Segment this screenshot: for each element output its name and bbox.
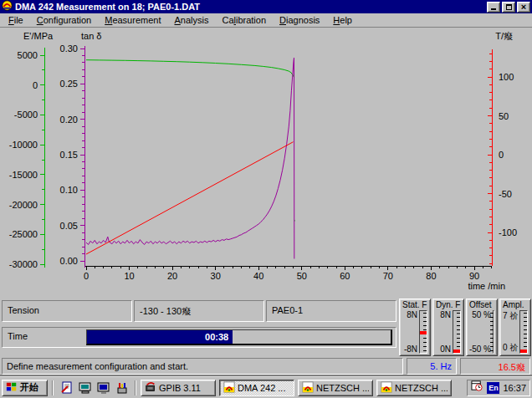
menu-item-diagnosis[interactable]: Diagnosis xyxy=(273,14,326,26)
gauge-title: Stat. F xyxy=(402,300,427,309)
menu-item-calibration[interactable]: Calibration xyxy=(215,14,273,26)
time-progress-value: 00:38 xyxy=(205,332,228,342)
svg-text:-50: -50 xyxy=(499,189,512,199)
svg-text:-20000: -20000 xyxy=(9,200,38,210)
svg-text:50: 50 xyxy=(297,271,307,281)
desk-set-icon[interactable] xyxy=(115,380,129,395)
menu-item-file[interactable]: File xyxy=(2,14,30,26)
task-button-netzsch[interactable]: NETZSCH ... xyxy=(298,380,373,396)
menu-bar: FileConfigurationMeasurementAnalysisCali… xyxy=(0,13,532,28)
gauge-max-label: 50 % xyxy=(469,310,491,319)
svg-text:0.30: 0.30 xyxy=(60,43,78,54)
gauge-title: Offset xyxy=(469,300,494,309)
windows-flag-icon xyxy=(6,381,18,395)
start-button[interactable]: 开始 xyxy=(2,380,48,396)
svg-text:0.10: 0.10 xyxy=(60,185,78,195)
menu-item-help[interactable]: Help xyxy=(326,14,359,26)
gauge-min-label: -50 % xyxy=(469,344,491,354)
task-button-label: GPIB 3.11 xyxy=(159,383,201,393)
gauge-max-label: 7 祄 xyxy=(503,310,518,322)
svg-text:50: 50 xyxy=(499,111,509,121)
language-indicator[interactable]: En xyxy=(487,382,499,394)
taskbar-separator xyxy=(135,380,136,395)
svg-text:T/癈: T/癈 xyxy=(495,31,513,41)
svg-text:0: 0 xyxy=(499,150,504,160)
series-storage-modulus-E xyxy=(86,60,294,78)
my-computer-icon[interactable] xyxy=(78,380,92,395)
gauge-min-label: 0N xyxy=(440,344,451,354)
netzsch-app-icon xyxy=(302,381,314,395)
svg-text:-100: -100 xyxy=(499,227,517,237)
svg-text:0: 0 xyxy=(33,80,38,90)
chart-area: 0102030405060708090time /min50000-5000-1… xyxy=(0,28,532,299)
monitor-icon[interactable] xyxy=(96,380,110,395)
restore-icon xyxy=(506,4,512,10)
notepad-icon[interactable] xyxy=(59,380,74,395)
time-progress-bar: 00:38 xyxy=(86,329,392,345)
title-bar: DMA 242 Measurement on 18; PAE0-1.DAT × xyxy=(0,0,532,13)
svg-text:0.20: 0.20 xyxy=(60,115,78,125)
task-button-netzsch[interactable]: NETZSCH ... xyxy=(376,380,452,396)
close-icon: × xyxy=(521,3,526,11)
gauge-stat-f: Stat. F8N-8N xyxy=(399,298,431,356)
svg-text:5000: 5000 xyxy=(18,50,38,60)
svg-text:0.00: 0.00 xyxy=(60,256,78,266)
svg-text:60: 60 xyxy=(340,271,350,281)
svg-text:0.25: 0.25 xyxy=(60,79,78,89)
gauge-title: Dyn. F xyxy=(436,300,461,309)
app-icon[interactable] xyxy=(2,0,13,14)
start-label: 开始 xyxy=(20,381,38,394)
gauge-bar xyxy=(453,310,461,354)
gauge-bar xyxy=(519,310,528,354)
taskbar-separator xyxy=(52,380,54,395)
close-button[interactable]: × xyxy=(517,2,530,13)
svg-text:tan δ: tan δ xyxy=(81,31,101,41)
system-tray: En 16:37 xyxy=(467,380,530,396)
tray-clock: 16:37 xyxy=(503,383,526,393)
svg-text:40: 40 xyxy=(253,271,263,281)
window-title: DMA 242 Measurement on 18; PAE0-1.DAT xyxy=(15,2,484,12)
svg-text:0: 0 xyxy=(84,271,89,281)
dma-application-window: DMA 242 Measurement on 18; PAE0-1.DAT × … xyxy=(0,0,532,398)
temperature-range-panel: -130 - 130癈 xyxy=(134,300,264,322)
gauge-marker xyxy=(453,350,460,353)
clock-calendar-icon[interactable] xyxy=(471,380,483,395)
gauge-max-label: 8N xyxy=(404,310,417,319)
gauge-bar xyxy=(493,310,494,354)
menu-item-analysis[interactable]: Analysis xyxy=(167,14,215,26)
netzsch-app-icon xyxy=(223,381,235,395)
menu-item-measurement[interactable]: Measurement xyxy=(98,14,167,26)
menu-item-configuration[interactable]: Configuration xyxy=(30,14,98,26)
time-row: Time 00:38 xyxy=(2,327,396,348)
minimize-icon xyxy=(491,8,496,10)
svg-text:-10000: -10000 xyxy=(9,140,38,150)
svg-text:time /min: time /min xyxy=(468,281,505,291)
svg-text:90: 90 xyxy=(469,271,479,281)
task-button-gpib-3-11[interactable]: GPIB 3.11 xyxy=(141,380,216,396)
gauge-ampl: Ampl.7 祄0 祄 xyxy=(499,298,531,356)
force-gauges: Stat. F8N-8NDyn. F8N0NOffset50 %-50 %Amp… xyxy=(399,298,532,356)
minimize-button[interactable] xyxy=(487,2,500,13)
series-temperature xyxy=(86,142,294,254)
svg-text:-30000: -30000 xyxy=(9,259,38,269)
gpib-icon xyxy=(145,381,156,395)
svg-text:-25000: -25000 xyxy=(9,229,38,239)
svg-text:30: 30 xyxy=(211,271,221,281)
task-button-label: NETZSCH ... xyxy=(395,383,448,393)
temperature-readout: 16.5癈 xyxy=(460,358,530,375)
status-message: Define measurement configuration and sta… xyxy=(2,358,403,375)
deformation-mode-panel: Tension xyxy=(2,300,132,322)
task-button-dma-242[interactable]: DMA 242 ... xyxy=(219,380,294,396)
quick-launch-bar xyxy=(58,380,130,395)
gauge-title: Ampl. xyxy=(503,300,528,309)
svg-text:80: 80 xyxy=(426,271,436,281)
task-buttons: GPIB 3.11DMA 242 ...NETZSCH ...NETZSCH .… xyxy=(141,380,452,396)
gauge-max-label: 8N xyxy=(440,310,451,319)
svg-text:0.15: 0.15 xyxy=(60,150,78,160)
svg-text:E'/MPa: E'/MPa xyxy=(23,31,54,41)
svg-text:-15000: -15000 xyxy=(9,170,38,180)
taskbar: 开始 GPIB 3.11DMA 242 ...NETZSCH ...NETZSC… xyxy=(0,376,532,398)
time-progress-fill: 00:38 xyxy=(87,330,233,344)
restore-button[interactable] xyxy=(502,2,515,13)
time-label: Time xyxy=(8,331,28,341)
